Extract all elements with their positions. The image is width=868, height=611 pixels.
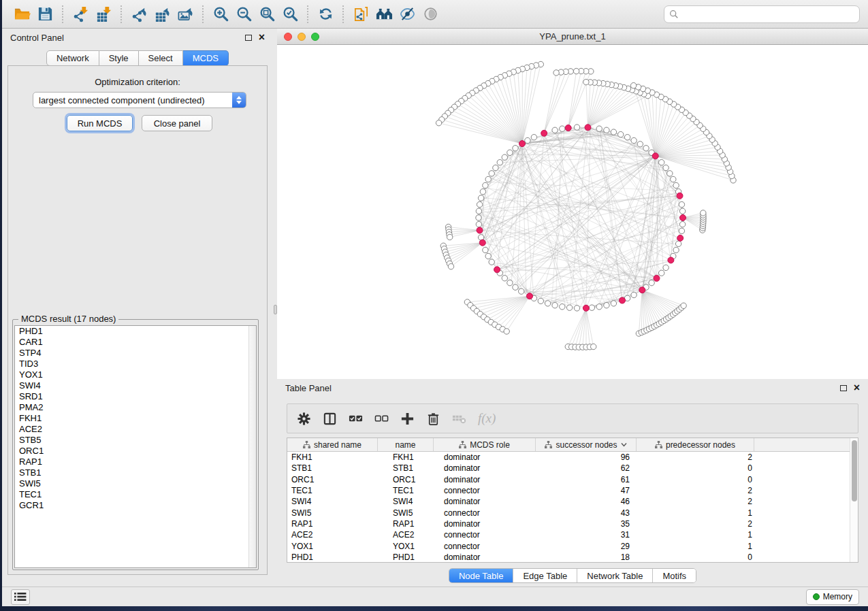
criterion-dropdown[interactable]: largest connected component (undirected) bbox=[33, 92, 246, 108]
mcds-result-item[interactable]: TEC1 bbox=[15, 489, 256, 500]
graph-node[interactable] bbox=[589, 305, 594, 310]
graph-node[interactable] bbox=[631, 137, 637, 143]
graph-node[interactable] bbox=[611, 301, 616, 306]
table-row[interactable]: FKH1FKH1dominator962 bbox=[287, 452, 858, 463]
zoom-selected-button[interactable] bbox=[278, 3, 302, 25]
table-row[interactable]: SWI5SWI5connector431 bbox=[287, 507, 858, 518]
create-column-button[interactable] bbox=[400, 412, 415, 426]
table-tab-node-table[interactable]: Node Table bbox=[449, 569, 514, 582]
graph-node[interactable] bbox=[673, 247, 679, 252]
graph-node[interactable] bbox=[604, 127, 609, 133]
graph-node[interactable] bbox=[604, 303, 609, 308]
graph-node-satellite[interactable] bbox=[701, 210, 706, 216]
mcds-result-item[interactable]: GCR1 bbox=[15, 500, 256, 511]
mcds-result-item[interactable]: YOX1 bbox=[15, 369, 256, 380]
table-row[interactable]: TEC1TEC1connector472 bbox=[287, 485, 858, 496]
mcds-result-item[interactable]: PMA2 bbox=[15, 402, 256, 413]
graph-node[interactable] bbox=[497, 160, 502, 165]
graph-node[interactable] bbox=[560, 304, 565, 310]
table-row[interactable]: YOX1YOX1connector291 bbox=[287, 540, 858, 551]
mcds-result-item[interactable]: RAP1 bbox=[15, 457, 256, 467]
mcds-result-item[interactable]: STB5 bbox=[15, 435, 256, 446]
graph-node[interactable] bbox=[525, 137, 530, 143]
search-input[interactable] bbox=[682, 9, 854, 19]
table-tab-network-table[interactable]: Network Table bbox=[577, 569, 653, 582]
table-row[interactable]: ORC1ORC1dominator610 bbox=[287, 474, 858, 485]
graph-node[interactable] bbox=[624, 135, 630, 140]
graph-node-mcds[interactable] bbox=[527, 293, 533, 299]
graph-node[interactable] bbox=[667, 171, 673, 176]
save-session-button[interactable] bbox=[33, 3, 57, 25]
mcds-result-item[interactable]: ORC1 bbox=[15, 446, 256, 457]
graph-node[interactable] bbox=[574, 306, 579, 311]
graph-node[interactable] bbox=[671, 176, 676, 182]
table-scrollbar[interactable] bbox=[850, 438, 858, 562]
memory-button[interactable]: Memory bbox=[806, 589, 859, 605]
graph-node-mcds[interactable] bbox=[668, 257, 674, 263]
graph-node[interactable] bbox=[513, 284, 518, 290]
graph-node[interactable] bbox=[478, 195, 483, 201]
show-hide-eye-button[interactable] bbox=[419, 3, 442, 25]
graph-node[interactable] bbox=[507, 150, 513, 155]
mcds-result-item[interactable]: SWI5 bbox=[15, 478, 256, 489]
graph-node[interactable] bbox=[476, 208, 481, 214]
graph-node[interactable] bbox=[659, 270, 664, 276]
graph-node-mcds[interactable] bbox=[494, 267, 500, 273]
graph-node[interactable] bbox=[502, 154, 507, 160]
column-header-successor-nodes[interactable]: successor nodes bbox=[536, 438, 637, 451]
graph-node[interactable] bbox=[679, 228, 684, 233]
graph-node[interactable] bbox=[679, 201, 684, 207]
graph-node[interactable] bbox=[631, 292, 637, 297]
deselect-all-columns-button[interactable] bbox=[374, 412, 389, 426]
select-all-columns-button[interactable] bbox=[349, 412, 363, 426]
zoom-fit-button[interactable] bbox=[255, 3, 278, 25]
mcds-result-item[interactable]: STB1 bbox=[15, 467, 256, 478]
mcds-result-item[interactable]: SRD1 bbox=[15, 391, 256, 402]
column-header-shared-name[interactable]: shared name bbox=[287, 438, 378, 451]
table-tab-edge-table[interactable]: Edge Table bbox=[513, 569, 577, 582]
graph-node[interactable] bbox=[596, 126, 602, 131]
run-mcds-button[interactable]: Run MCDS bbox=[67, 115, 133, 131]
mcds-result-item[interactable]: PHD1 bbox=[15, 326, 256, 337]
graph-node-mcds[interactable] bbox=[541, 130, 547, 136]
tab-network[interactable]: Network bbox=[46, 50, 99, 66]
mcds-result-item[interactable]: FKH1 bbox=[15, 413, 256, 424]
mcds-result-item[interactable]: CAR1 bbox=[15, 337, 256, 348]
zoom-in-button[interactable] bbox=[209, 3, 232, 25]
graph-node-mcds[interactable] bbox=[680, 215, 686, 221]
graph-node-mcds[interactable] bbox=[652, 153, 658, 159]
table-row[interactable]: PHD1PHD1dominator180 bbox=[287, 552, 858, 562]
column-header-name[interactable]: name bbox=[378, 438, 434, 451]
splitter-grip[interactable] bbox=[274, 305, 277, 314]
graph-node-mcds[interactable] bbox=[519, 141, 526, 147]
graph-node[interactable] bbox=[618, 131, 624, 137]
graph-node-satellite[interactable] bbox=[447, 234, 453, 240]
graph-node[interactable] bbox=[663, 265, 669, 270]
graph-node-mcds[interactable] bbox=[585, 125, 591, 131]
column-header-predecessor-nodes[interactable]: predecessor nodes bbox=[637, 438, 754, 451]
graph-node[interactable] bbox=[659, 160, 664, 165]
table-tab-motifs[interactable]: Motifs bbox=[653, 569, 696, 582]
graph-node-satellite[interactable] bbox=[583, 79, 589, 84]
graph-node[interactable] bbox=[480, 189, 485, 195]
graph-node-mcds[interactable] bbox=[639, 287, 645, 293]
graph-node-satellite[interactable] bbox=[553, 70, 559, 76]
zoom-out-button[interactable] bbox=[232, 3, 255, 25]
tab-select[interactable]: Select bbox=[139, 50, 183, 66]
graph-node[interactable] bbox=[477, 201, 482, 207]
graph-node[interactable] bbox=[493, 165, 498, 170]
graph-node-satellite[interactable] bbox=[591, 344, 596, 349]
close-table-panel-icon[interactable]: × bbox=[854, 384, 860, 391]
graph-node[interactable] bbox=[649, 280, 654, 286]
show-columns-button[interactable] bbox=[323, 412, 337, 426]
graph-node[interactable] bbox=[574, 125, 579, 130]
graph-node[interactable] bbox=[643, 146, 649, 151]
close-panel-button[interactable]: Close panel bbox=[142, 115, 212, 131]
graph-node[interactable] bbox=[519, 288, 524, 294]
open-file-button[interactable] bbox=[10, 3, 33, 25]
export-image-button[interactable] bbox=[174, 3, 197, 25]
table-row[interactable]: SWI4SWI4dominator462 bbox=[287, 496, 858, 507]
mcds-result-item[interactable]: SWI4 bbox=[15, 380, 256, 391]
graph-node-mcds[interactable] bbox=[583, 305, 589, 311]
graph-node[interactable] bbox=[566, 305, 572, 310]
